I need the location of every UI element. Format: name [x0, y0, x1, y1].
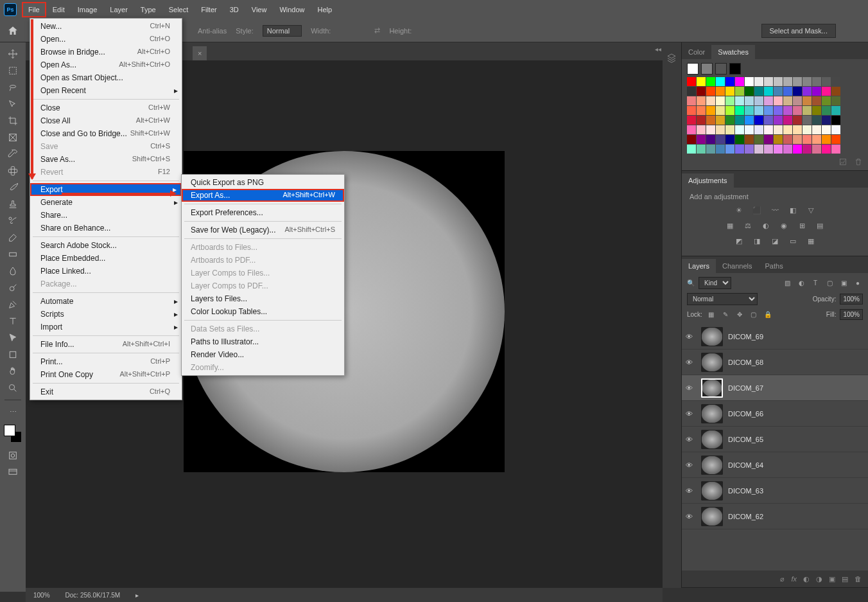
menu-layer[interactable]: Layer	[103, 2, 134, 17]
swatch[interactable]	[822, 125, 831, 134]
swap-icon[interactable]: ⇄	[374, 26, 380, 35]
link-layers-icon[interactable]: ⌀	[780, 575, 785, 583]
swatch[interactable]	[725, 125, 734, 134]
layer-row[interactable]: 👁DICOM_66	[682, 401, 868, 427]
file-menu-file-info[interactable]: File Info...Alt+Shift+Ctrl+I	[30, 338, 182, 351]
swatch[interactable]	[793, 106, 802, 115]
swatch[interactable]	[774, 125, 783, 134]
swatch[interactable]	[735, 87, 744, 96]
menu-image[interactable]: Image	[71, 2, 104, 17]
file-menu-import[interactable]: Import▸	[30, 321, 182, 333]
swatch[interactable]	[745, 96, 754, 105]
menu-window[interactable]: Window	[273, 2, 311, 17]
swatch[interactable]	[822, 106, 831, 115]
swatch[interactable]	[812, 106, 821, 115]
visibility-icon[interactable]: 👁	[686, 410, 696, 418]
swatch[interactable]	[774, 106, 783, 115]
curves-icon[interactable]: 〰	[768, 204, 781, 216]
levels-icon[interactable]: ⬛	[751, 204, 763, 216]
swatch[interactable]	[831, 96, 840, 105]
swatch[interactable]	[793, 145, 802, 154]
type-tool[interactable]	[4, 314, 22, 329]
file-menu-scripts[interactable]: Scripts▸	[30, 308, 182, 321]
swatch[interactable]	[697, 125, 706, 134]
swatch[interactable]	[687, 87, 696, 96]
swatch[interactable]	[831, 145, 840, 154]
vibrance-icon[interactable]: ▽	[804, 204, 817, 216]
gradient-tool[interactable]	[4, 247, 22, 262]
brightness-icon[interactable]: ☀	[733, 204, 745, 216]
fill-value[interactable]: 100%	[840, 309, 863, 320]
swatch[interactable]	[754, 77, 763, 86]
layer-mask-icon[interactable]: ◐	[803, 575, 810, 583]
channel-mixer-icon[interactable]: ⊞	[795, 220, 808, 231]
layer-name[interactable]: DICOM_66	[728, 410, 763, 418]
file-menu-share-on-behance[interactable]: Share on Behance...	[30, 222, 182, 235]
posterize-icon[interactable]: ◨	[751, 235, 763, 247]
swatch[interactable]	[697, 135, 706, 144]
path-select-tool[interactable]	[4, 330, 22, 346]
swatch[interactable]	[831, 106, 840, 115]
gradient-map-icon[interactable]: ▭	[786, 235, 799, 247]
swatch[interactable]	[764, 96, 773, 105]
zoom-level[interactable]: 100%	[33, 592, 50, 599]
layer-name[interactable]: DICOM_63	[728, 487, 763, 495]
swatch[interactable]	[754, 116, 763, 125]
swatch[interactable]	[774, 135, 783, 144]
collapse-arrows-icon[interactable]: ◂◂	[655, 46, 661, 53]
file-menu-place-linked[interactable]: Place Linked...	[30, 265, 182, 278]
file-menu-place-embedded[interactable]: Place Embedded...	[30, 252, 182, 265]
swatch[interactable]	[822, 77, 831, 86]
swatch[interactable]	[831, 116, 840, 125]
export-menu-quick-export-as-png[interactable]: Quick Export as PNG	[182, 176, 344, 189]
new-layer-icon[interactable]: ▤	[842, 575, 848, 583]
swatch[interactable]	[831, 135, 840, 144]
layer-thumbnail[interactable]	[701, 327, 723, 346]
swatch[interactable]	[764, 145, 773, 154]
threshold-icon[interactable]: ◪	[768, 235, 781, 247]
swatch[interactable]	[687, 63, 699, 75]
visibility-icon[interactable]: 👁	[686, 436, 696, 443]
swatch[interactable]	[729, 63, 741, 75]
layer-row[interactable]: 👁DICOM_65	[682, 427, 868, 452]
menu-file[interactable]: File	[22, 2, 46, 17]
swatch[interactable]	[803, 135, 812, 144]
swatch[interactable]	[725, 96, 734, 105]
swatch[interactable]	[774, 145, 783, 154]
swatch[interactable]	[803, 77, 812, 86]
swatch[interactable]	[716, 87, 725, 96]
swatch[interactable]	[745, 145, 754, 154]
lock-artboard-icon[interactable]: ▢	[749, 310, 759, 320]
swatch[interactable]	[745, 77, 754, 86]
screen-mode-icon[interactable]	[4, 465, 22, 480]
swatch[interactable]	[735, 96, 744, 105]
swatch[interactable]	[716, 135, 725, 144]
tab-color[interactable]: Color	[682, 45, 711, 59]
quick-mask-icon[interactable]	[4, 448, 22, 463]
swatch[interactable]	[716, 96, 725, 105]
swatch[interactable]	[687, 106, 696, 115]
swatch[interactable]	[764, 125, 773, 134]
swatch[interactable]	[735, 135, 744, 144]
layer-row[interactable]: 👁DICOM_62	[682, 504, 868, 529]
filter-kind-select[interactable]: Kind	[699, 277, 731, 289]
filter-toggle-icon[interactable]: ●	[853, 278, 863, 288]
swatch[interactable]	[725, 77, 734, 86]
swatch[interactable]	[812, 87, 821, 96]
swatch[interactable]	[735, 145, 744, 154]
swatch[interactable]	[812, 77, 821, 86]
menu-help[interactable]: Help	[311, 2, 339, 17]
swatch[interactable]	[697, 145, 706, 154]
file-menu-open[interactable]: Open...Ctrl+O	[30, 33, 182, 46]
swatch[interactable]	[745, 135, 754, 144]
export-menu-export-preferences[interactable]: Export Preferences...	[182, 206, 344, 219]
swatch[interactable]	[774, 87, 783, 96]
layer-row[interactable]: 👁DICOM_67	[682, 375, 868, 401]
visibility-icon[interactable]: 👁	[686, 359, 696, 366]
crop-tool[interactable]	[4, 113, 22, 128]
menu-filter[interactable]: Filter	[195, 2, 223, 17]
swatch[interactable]	[687, 96, 696, 105]
delete-swatch-icon[interactable]	[854, 157, 863, 168]
file-menu-search-adobe-stock[interactable]: Search Adobe Stock...	[30, 239, 182, 252]
eyedropper-tool[interactable]	[4, 146, 22, 162]
